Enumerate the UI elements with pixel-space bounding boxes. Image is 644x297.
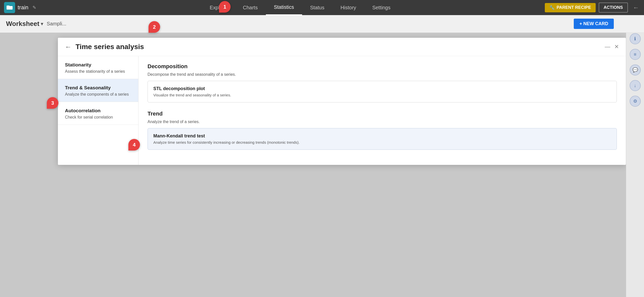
decomposition-section: Decomposition Decompose the trend and se… [148, 63, 617, 102]
top-bar-right: 🔧 PARENT RECIPE ACTIONS ← [545, 3, 644, 13]
nav-autocorrelation[interactable]: Autocorrelation Check for serial correla… [58, 102, 138, 125]
annotation-4: 4 [128, 139, 140, 151]
trend-desc: Analyze the trend of a series. [148, 120, 617, 124]
nav-trend-seasonality[interactable]: Trend & Seasonality Analyze the componen… [58, 79, 138, 102]
top-bar: train ✎ Explore Charts Statistics Status… [0, 0, 644, 15]
mann-kendall-desc: Analyze time series for consistently inc… [153, 140, 611, 144]
top-back-arrow[interactable]: ← [633, 4, 639, 11]
modal-left-nav: Stationarity Assess the stationarity of … [58, 56, 138, 165]
top-nav: Explore Charts Statistics Status History… [55, 0, 545, 15]
decomposition-desc: Decompose the trend and seasonality of a… [148, 72, 617, 77]
modal-back-button[interactable]: ← [65, 43, 71, 51]
nav-status[interactable]: Status [302, 0, 333, 15]
mann-kendall-title: Mann-Kendall trend test [153, 133, 611, 139]
trend-seasonality-title: Trend & Seasonality [65, 85, 131, 91]
trend-title: Trend [148, 110, 617, 117]
worksheet-text: Worksheet [6, 20, 39, 28]
nav-history[interactable]: History [332, 0, 364, 15]
dataset-name: train [18, 4, 28, 11]
sidebar-icon-info[interactable]: ℹ [630, 33, 641, 44]
modal-title: Time series analysis [76, 43, 605, 51]
stationarity-desc: Assess the stationarity of a series [65, 69, 131, 74]
worksheet-bar: Worksheet ▾ Sampli... + NEW CARD [0, 15, 644, 33]
trend-seasonality-desc: Analyze the components of a series [65, 92, 131, 97]
stl-card[interactable]: STL decomposition plot Visualize the tre… [148, 81, 617, 102]
modal-right-content: Decomposition Decompose the trend and se… [138, 56, 626, 165]
annotation-2: 2 [149, 21, 160, 33]
worksheet-chevron: ▾ [41, 21, 43, 27]
trend-section: Trend Analyze the trend of a series. Man… [148, 110, 617, 150]
autocorrelation-title: Autocorrelation [65, 108, 131, 114]
nav-statistics[interactable]: Statistics [266, 0, 302, 15]
annotation-3: 3 [47, 97, 58, 109]
folder-icon[interactable] [4, 2, 15, 13]
actions-button[interactable]: ACTIONS [599, 3, 628, 13]
top-bar-left: train ✎ [0, 2, 55, 13]
stl-card-title: STL decomposition plot [153, 86, 611, 91]
modal-controls: — ✕ [605, 44, 619, 50]
recipe-icon: 🔧 [549, 5, 555, 10]
annotation-1: 1 [219, 1, 231, 13]
autocorrelation-desc: Check for serial correlation [65, 115, 131, 120]
main-area: ← Time series analysis — ✕ Stationarity … [0, 33, 626, 297]
nav-stationarity[interactable]: Stationarity Assess the stationarity of … [58, 56, 138, 79]
mann-kendall-card[interactable]: Mann-Kendall trend test Analyze time ser… [148, 128, 617, 150]
new-card-button[interactable]: + NEW CARD [574, 19, 614, 29]
modal: ← Time series analysis — ✕ Stationarity … [58, 38, 626, 165]
stl-card-desc: Visualize the trend and seasonality of a… [153, 93, 611, 97]
modal-minimize-button[interactable]: — [605, 44, 610, 50]
sidebar-icon-chat[interactable]: 💬 [630, 64, 641, 76]
nav-charts[interactable]: Charts [235, 0, 266, 15]
parent-recipe-button[interactable]: 🔧 PARENT RECIPE [545, 3, 596, 12]
parent-recipe-label: PARENT RECIPE [557, 5, 591, 10]
sidebar-icon-download[interactable]: ↓ [630, 80, 641, 91]
nav-settings[interactable]: Settings [364, 0, 399, 15]
worksheet-label[interactable]: Worksheet ▾ [6, 20, 43, 28]
edit-icon: ✎ [32, 5, 36, 10]
sidebar-icon-settings[interactable]: ⚙ [630, 96, 641, 107]
sidebar-icon-list[interactable]: ≡ [630, 49, 641, 60]
modal-body: Stationarity Assess the stationarity of … [58, 56, 626, 165]
modal-header: ← Time series analysis — ✕ [58, 38, 626, 56]
right-sidebar: 🔵 ℹ ≡ 💬 ↓ ⚙ [626, 0, 644, 297]
sampling-label: Sampli... [47, 21, 66, 27]
stationarity-title: Stationarity [65, 62, 131, 68]
modal-close-button[interactable]: ✕ [614, 44, 619, 50]
decomposition-title: Decomposition [148, 63, 617, 70]
